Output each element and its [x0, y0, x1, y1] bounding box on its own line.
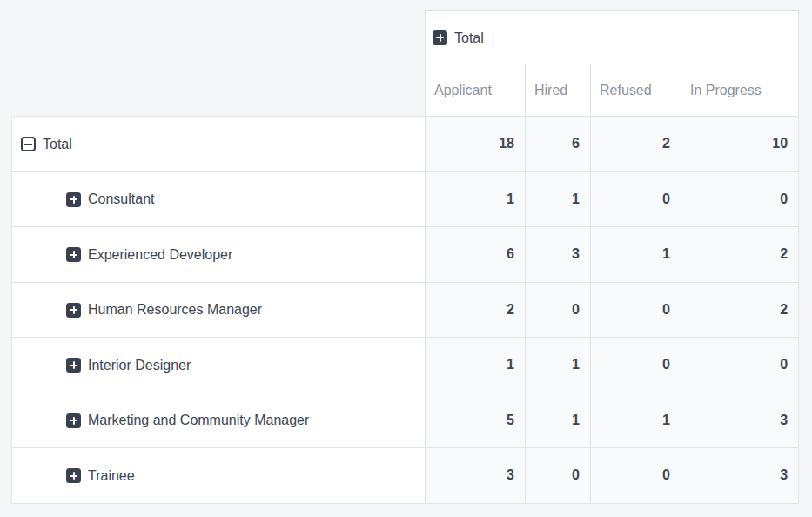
cell-human-resources-manager-refused: 0 [591, 282, 681, 338]
cell-interior-designer-applicant: 1 [426, 338, 526, 393]
row-header-marketing-and-community-manager[interactable]: Marketing and Community Manager [12, 393, 426, 448]
cell-interior-designer-in-progress: 0 [681, 338, 799, 393]
cell-trainee-in-progress: 3 [681, 448, 799, 504]
table-row-consultant: Consultant 1 1 0 0 [12, 171, 799, 227]
cell-human-resources-manager-applicant: 2 [426, 282, 526, 338]
cell-human-resources-manager-in-progress: 2 [681, 282, 799, 338]
plus-square-icon[interactable] [66, 358, 81, 373]
cell-trainee-refused: 0 [591, 448, 681, 504]
row-label: Consultant [88, 191, 155, 206]
plus-square-icon[interactable] [66, 468, 81, 483]
col-group-label: Total [454, 30, 484, 44]
cell-marketing-and-community-manager-refused: 1 [591, 393, 681, 448]
col-header-total[interactable]: Total [426, 11, 799, 64]
cell-total-refused: 2 [591, 117, 681, 172]
header-row-groups: Total [12, 11, 799, 64]
row-header-total[interactable]: Total [12, 117, 426, 172]
row-header-experienced-developer[interactable]: Experienced Developer [12, 227, 426, 283]
minus-square-outline-icon[interactable] [21, 137, 36, 151]
plus-square-icon[interactable] [433, 30, 447, 45]
cell-trainee-applicant: 3 [426, 448, 526, 504]
cell-consultant-refused: 0 [591, 171, 681, 227]
table-row-experienced-developer: Experienced Developer 6 3 1 2 [12, 227, 799, 283]
cell-human-resources-manager-hired: 0 [526, 282, 591, 338]
plus-square-icon[interactable] [66, 303, 81, 318]
cell-interior-designer-hired: 1 [526, 338, 591, 393]
cell-experienced-developer-in-progress: 2 [681, 227, 799, 283]
table-row-interior-designer: Interior Designer 1 1 0 0 [12, 338, 799, 393]
row-label: Marketing and Community Manager [88, 413, 309, 427]
cell-consultant-applicant: 1 [426, 171, 526, 227]
row-label: Interior Designer [88, 358, 191, 373]
col-header-hired[interactable]: Hired [526, 64, 591, 117]
table-row-trainee: Trainee 3 0 0 3 [12, 448, 799, 504]
cell-consultant-in-progress: 0 [681, 171, 799, 227]
cell-total-in-progress: 10 [681, 117, 799, 172]
table-row-total: Total 18 6 2 10 [12, 117, 799, 172]
cell-experienced-developer-hired: 3 [526, 227, 591, 283]
row-header-consultant[interactable]: Consultant [12, 171, 426, 227]
cell-total-hired: 6 [526, 117, 591, 172]
row-label: Trainee [88, 468, 135, 483]
col-header-in-progress[interactable]: In Progress [681, 64, 799, 117]
pivot-table: Total Applicant Hired Refused In Progres… [11, 10, 799, 504]
row-label: Human Resources Manager [88, 302, 262, 317]
row-header-interior-designer[interactable]: Interior Designer [12, 338, 426, 393]
table-row-marketing-and-community-manager: Marketing and Community Manager 5 1 1 3 [12, 393, 799, 448]
cell-marketing-and-community-manager-applicant: 5 [426, 393, 526, 448]
cell-marketing-and-community-manager-in-progress: 3 [681, 393, 799, 448]
row-label: Total [43, 137, 72, 151]
col-header-refused[interactable]: Refused [591, 64, 681, 117]
row-header-human-resources-manager[interactable]: Human Resources Manager [12, 282, 426, 338]
cell-consultant-hired: 1 [526, 171, 591, 227]
cell-experienced-developer-applicant: 6 [426, 227, 526, 283]
plus-square-icon[interactable] [66, 413, 81, 428]
cell-interior-designer-refused: 0 [591, 338, 681, 393]
row-header-trainee[interactable]: Trainee [12, 448, 426, 504]
pivot-view: Total Applicant Hired Refused In Progres… [0, 0, 812, 517]
plus-square-icon[interactable] [66, 192, 81, 207]
table-row-human-resources-manager: Human Resources Manager 2 0 0 2 [12, 282, 799, 338]
pivot-corner-cell [12, 11, 426, 117]
cell-trainee-hired: 0 [526, 448, 591, 504]
cell-experienced-developer-refused: 1 [591, 227, 681, 283]
cell-total-applicant: 18 [426, 117, 526, 172]
col-header-applicant[interactable]: Applicant [426, 64, 526, 117]
plus-square-icon[interactable] [66, 247, 81, 262]
row-label: Experienced Developer [88, 247, 232, 262]
cell-marketing-and-community-manager-hired: 1 [526, 393, 591, 448]
